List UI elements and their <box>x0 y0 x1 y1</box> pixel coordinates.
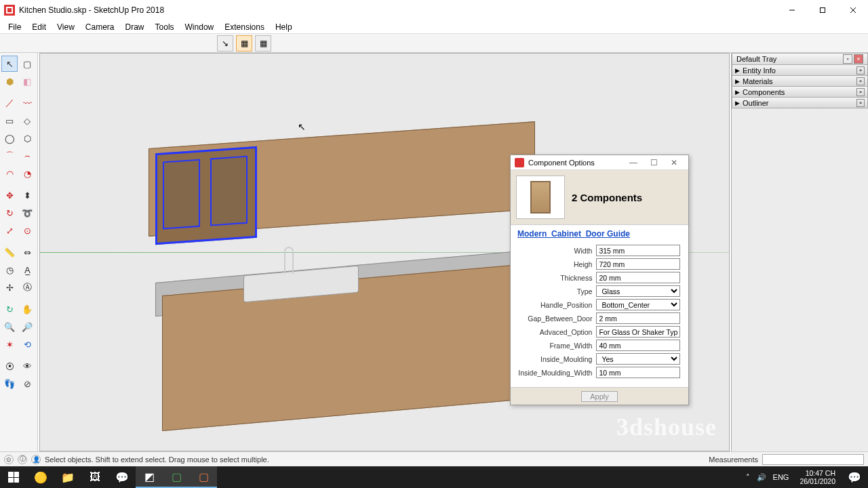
panel-close[interactable]: × <box>856 66 865 75</box>
tray-header[interactable]: Default Tray ▫ × <box>732 53 868 65</box>
section-plane-tool[interactable]: ⊘ <box>19 375 35 392</box>
panel-close[interactable]: × <box>856 88 865 96</box>
rectangle-tool[interactable]: ▭ <box>1 113 18 129</box>
polygon-tool[interactable]: ⬡ <box>19 130 35 146</box>
menu-file[interactable]: File <box>3 21 26 33</box>
window-maximize-button[interactable] <box>807 0 837 20</box>
menu-draw[interactable]: Draw <box>120 21 150 33</box>
taskbar-app-orange[interactable]: ▢ <box>190 466 217 488</box>
field-label: Width <box>516 245 596 256</box>
select-tool[interactable]: ↖ <box>1 56 18 72</box>
rotated-rectangle-tool[interactable]: ◇ <box>19 113 35 129</box>
zoom-window-tool[interactable]: 🔎 <box>19 319 35 335</box>
menu-window[interactable]: Window <box>180 21 220 33</box>
field-handle_position[interactable]: Bottom_Center <box>596 299 680 310</box>
ext-tool-3[interactable]: ▦ <box>255 35 271 52</box>
tray-close-button[interactable]: × <box>854 54 863 64</box>
field-type[interactable]: Glass <box>596 285 680 297</box>
taskbar-chrome[interactable]: 🟡 <box>27 466 54 488</box>
tray-panel-entity-info[interactable]: ▶Entity Info× <box>732 65 868 76</box>
field-thickness[interactable] <box>596 272 680 283</box>
make-component-tool[interactable]: ▢ <box>19 56 35 72</box>
tray-volume-icon[interactable]: 🔊 <box>757 473 766 482</box>
eraser-tool[interactable]: ◧ <box>19 73 35 89</box>
zoom-tool[interactable]: 🔍 <box>1 319 18 335</box>
dialog-maximize-button[interactable]: ☐ <box>644 158 664 167</box>
zoom-extents-tool[interactable]: ✶ <box>1 336 18 352</box>
walk-tool[interactable]: 👣 <box>1 375 18 392</box>
field-inside_moulding[interactable]: Yes <box>596 353 680 365</box>
panel-close[interactable]: × <box>856 99 865 107</box>
rotate-tool[interactable]: ↻ <box>1 205 18 221</box>
ext-tool-2[interactable]: ▦ <box>236 35 252 52</box>
line-tool[interactable]: ／ <box>1 95 18 111</box>
tray-pin-button[interactable]: ▫ <box>843 54 852 64</box>
field-heigh[interactable] <box>596 258 680 270</box>
taskbar-viber[interactable]: 💬 <box>108 466 136 488</box>
move-tool[interactable]: ✥ <box>1 187 18 203</box>
taskbar-sketchup[interactable]: ◩ <box>136 466 163 488</box>
dialog-close-button[interactable]: ✕ <box>664 158 684 167</box>
3d-text-tool[interactable]: Ⓐ <box>19 279 35 296</box>
tray-panel-components[interactable]: ▶Components× <box>732 87 868 98</box>
axes-tool[interactable]: ✢ <box>1 279 18 296</box>
ext-tool-1[interactable]: ↘ <box>217 35 233 52</box>
window-minimize-button[interactable] <box>776 0 807 20</box>
claim-credit-icon[interactable]: 👤 <box>31 455 41 464</box>
3pt-arc-tool[interactable]: ◠ <box>1 165 18 182</box>
2pt-arc-tool[interactable]: ⌢ <box>19 148 35 164</box>
tray-language[interactable]: ENG <box>773 473 789 481</box>
taskbar-clock[interactable]: 10:47 CH 26/01/2020 <box>794 469 841 485</box>
field-gap_between_door[interactable] <box>596 312 680 324</box>
start-button[interactable] <box>0 466 27 488</box>
selected-cabinet-doors[interactable] <box>155 146 257 245</box>
text-tool[interactable]: A̲ <box>19 262 35 278</box>
dimension-tool[interactable]: ⇔ <box>19 244 35 260</box>
taskbar-app-green[interactable]: ▢ <box>163 466 190 488</box>
position-camera-tool[interactable]: ⦿ <box>1 358 18 374</box>
dialog-titlebar[interactable]: Component Options — ☐ ✕ <box>511 155 688 170</box>
paint-bucket-tool[interactable]: ⬢ <box>1 73 18 89</box>
circle-tool[interactable]: ◯ <box>1 130 18 146</box>
freehand-tool[interactable]: 〰 <box>19 95 35 111</box>
arc-tool[interactable]: ⌒ <box>1 148 18 164</box>
pan-tool[interactable]: ✋ <box>19 301 35 317</box>
window-close-button[interactable] <box>837 0 868 20</box>
tray-panel-outliner[interactable]: ▶Outliner× <box>732 98 868 108</box>
panel-close[interactable]: × <box>856 77 865 85</box>
menu-help[interactable]: Help <box>270 21 298 33</box>
tape-measure-tool[interactable]: 📏 <box>1 244 18 260</box>
menu-edit[interactable]: Edit <box>26 21 52 33</box>
follow-me-tool[interactable]: ➰ <box>19 205 35 221</box>
scale-tool[interactable]: ⤢ <box>1 222 18 239</box>
previous-view-tool[interactable]: ⟲ <box>19 336 35 352</box>
field-inside_moulding_width[interactable] <box>596 367 680 378</box>
taskbar-photos[interactable]: 🖼 <box>81 466 108 488</box>
pie-tool[interactable]: ◔ <box>19 165 35 182</box>
menu-camera[interactable]: Camera <box>80 21 120 33</box>
field-advaced_option[interactable] <box>596 326 680 338</box>
field-width[interactable] <box>596 245 680 256</box>
measurements-input[interactable] <box>762 454 864 465</box>
apply-button[interactable]: Apply <box>581 391 618 402</box>
menu-extensions[interactable]: Extensions <box>219 21 270 33</box>
geolocation-icon[interactable]: ⊙ <box>4 455 14 464</box>
orbit-tool[interactable]: ↻ <box>1 301 18 317</box>
menu-tools[interactable]: Tools <box>150 21 180 33</box>
offset-tool[interactable]: ⊙ <box>19 222 35 239</box>
push-pull-tool[interactable]: ⬍ <box>19 187 35 203</box>
dialog-minimize-button[interactable]: — <box>623 158 644 167</box>
taskbar-notifications[interactable]: 💬 <box>841 466 868 488</box>
look-around-tool[interactable]: 👁 <box>19 358 35 374</box>
tray-panel-materials[interactable]: ▶Materials× <box>732 76 868 87</box>
tray-chevron-icon[interactable]: ˄ <box>746 473 750 482</box>
component-guide-link[interactable]: Modern_Cabinet_Door Guide <box>517 229 630 239</box>
menu-view[interactable]: View <box>52 21 80 33</box>
component-options-dialog: Component Options — ☐ ✕ 2 Components Mod… <box>510 155 689 405</box>
protractor-tool[interactable]: ◷ <box>1 262 18 278</box>
system-tray[interactable]: ˄ 🔊 ENG <box>741 473 795 482</box>
taskbar-explorer[interactable]: 📁 <box>54 466 81 488</box>
window-title: Kitchen Studio.skp - SketchUp Pro 2018 <box>19 5 164 15</box>
field-frame_width[interactable] <box>596 340 680 351</box>
credits-icon[interactable]: ⓘ <box>18 455 27 464</box>
